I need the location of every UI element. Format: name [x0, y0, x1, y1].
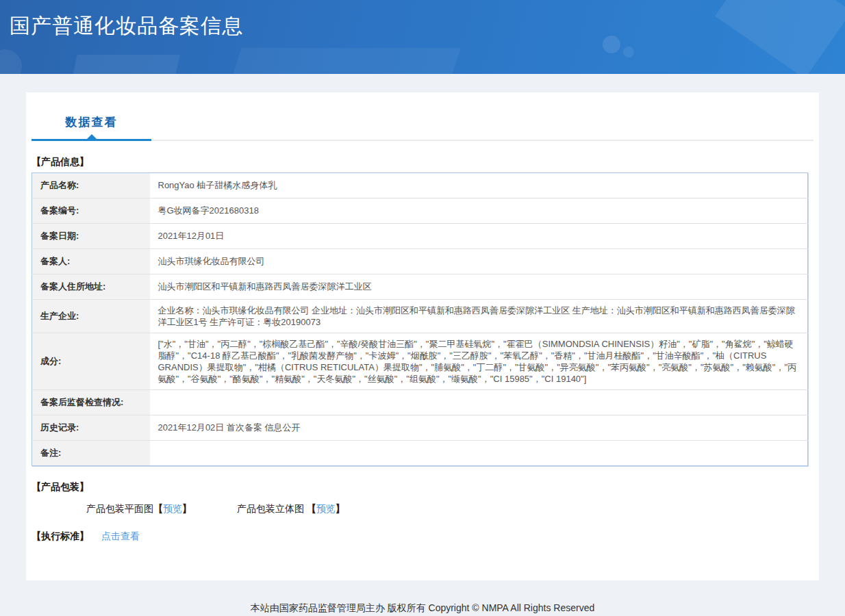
page-header-banner: 国产普通化妆品备案信息 — [0, 0, 845, 74]
row-label: 产品名称: — [32, 173, 150, 198]
row-label: 备案人住所地址: — [32, 274, 150, 300]
row-value — [150, 441, 808, 466]
table-row: 备案日期: 2021年12月01日 — [32, 224, 808, 249]
bracket-open: 【 — [153, 503, 163, 514]
package-flat-preview-link[interactable]: 预览 — [163, 503, 182, 514]
banner-decor-shape — [715, 0, 845, 74]
table-row: 备案人住所地址: 汕头市潮阳区和平镇新和惠路西凤善居委深隙洋工业区 — [32, 274, 808, 300]
row-value: 2021年12月01日 — [150, 224, 808, 249]
footer-copyright: 本站由国家药品监督管理局主办 版权所有 Copyright © NMPA All… — [0, 602, 845, 615]
row-value: 企业名称：汕头市琪缘化妆品有限公司 企业地址：汕头市潮阳区和平镇新和惠路西凤善居… — [150, 300, 808, 333]
row-value: 汕头市潮阳区和平镇新和惠路西凤善居委深隙洋工业区 — [150, 274, 808, 300]
section-title-product-package: 【产品包装】 — [31, 481, 814, 493]
package-3d-label: 产品包装立体图 — [237, 503, 307, 514]
tab-bar: 数据查看 — [31, 114, 814, 141]
row-value — [150, 390, 808, 415]
table-row: 备注: — [32, 441, 808, 466]
row-label: 备注: — [32, 441, 150, 466]
banner-decor-circle — [603, 36, 620, 53]
row-value: 粤G妆网备字2021680318 — [150, 198, 808, 224]
banner-decor-shape — [210, 48, 460, 74]
banner-decor-circle — [0, 49, 22, 74]
banner-decor-shape — [60, 55, 180, 74]
row-label: 备案编号: — [32, 198, 150, 224]
row-label: 备案人: — [32, 249, 150, 274]
row-value: 2021年12月02日 首次备案 信息公开 — [150, 415, 808, 441]
banner-decor-circle — [623, 47, 634, 57]
row-label: 生产企业: — [32, 300, 150, 333]
product-info-table: 产品名称: RongYao 柚子甜橘水感身体乳 备案编号: 粤G妆网备字2021… — [31, 172, 808, 466]
section-title-standard: 【执行标准】 — [31, 530, 89, 541]
package-links-row: 产品包装平面图【预览】 产品包装立体图 【预览】 — [86, 503, 814, 515]
table-row: 备案后监督检查情况: — [32, 390, 808, 415]
bracket-close: 】 — [182, 503, 192, 514]
row-label: 备案日期: — [32, 224, 150, 249]
tab-data-view-label: 数据查看 — [66, 116, 118, 129]
standard-row: 【执行标准】 点击查看 — [31, 530, 814, 543]
table-row: 备案编号: 粤G妆网备字2021680318 — [32, 198, 808, 224]
row-value: 汕头市琪缘化妆品有限公司 — [150, 249, 808, 274]
table-row: 产品名称: RongYao 柚子甜橘水感身体乳 — [32, 173, 808, 198]
row-label: 成分: — [32, 333, 150, 390]
bracket-open: 【 — [307, 503, 316, 514]
tab-active-underline — [31, 139, 151, 141]
page-title: 国产普通化妆品备案信息 — [10, 12, 243, 40]
table-row: 成分: ["水"，"甘油"，"丙二醇"，"棕榈酸乙基己酯"，"辛酸/癸酸甘油三酯… — [32, 333, 808, 390]
package-flat-label: 产品包装平面图 — [86, 503, 153, 514]
table-row: 生产企业: 企业名称：汕头市琪缘化妆品有限公司 企业地址：汕头市潮阳区和平镇新和… — [32, 300, 808, 333]
row-label: 历史记录: — [32, 415, 150, 441]
content-card: 数据查看 【产品信息】 产品名称: RongYao 柚子甜橘水感身体乳 备案编号… — [26, 92, 819, 580]
package-flat-item: 产品包装平面图【预览】 — [86, 503, 192, 515]
tab-data-view[interactable]: 数据查看 — [31, 114, 151, 140]
table-row: 备案人: 汕头市琪缘化妆品有限公司 — [32, 249, 808, 274]
bracket-close: 】 — [336, 503, 345, 514]
package-3d-preview-link[interactable]: 预览 — [316, 503, 336, 514]
row-label: 备案后监督检查情况: — [32, 390, 150, 415]
row-value-ingredients: ["水"，"甘油"，"丙二醇"，"棕榈酸乙基己酯"，"辛酸/癸酸甘油三酯"，"聚… — [150, 333, 808, 390]
standard-view-link[interactable]: 点击查看 — [101, 530, 140, 541]
tab-active-triangle-icon — [87, 134, 97, 139]
table-row: 历史记录: 2021年12月02日 首次备案 信息公开 — [32, 415, 808, 441]
package-3d-item: 产品包装立体图 【预览】 — [237, 503, 345, 515]
section-title-product-info: 【产品信息】 — [31, 156, 814, 168]
row-value: RongYao 柚子甜橘水感身体乳 — [150, 173, 808, 198]
